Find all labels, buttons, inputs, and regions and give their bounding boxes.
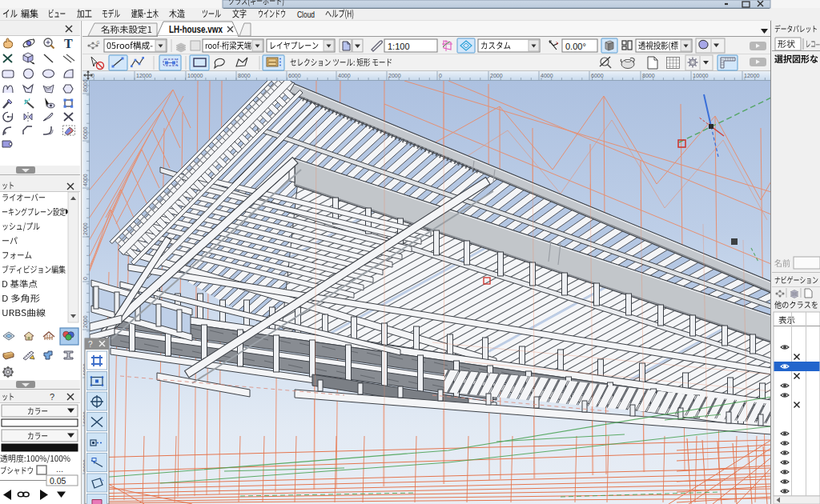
svg-text:6000: 6000: [288, 73, 301, 78]
svg-text:T: T: [64, 37, 73, 50]
svg-text:10000: 10000: [693, 73, 709, 78]
svg-text:LH-house.vwx: LH-house.vwx: [169, 24, 223, 35]
svg-text:1:100: 1:100: [388, 42, 410, 51]
svg-text:8000: 8000: [238, 73, 251, 78]
svg-text:?: ?: [50, 392, 54, 402]
svg-text:2000: 2000: [490, 73, 503, 78]
svg-text:G: G: [97, 40, 100, 45]
svg-text:?: ?: [88, 340, 93, 349]
svg-text:4000: 4000: [541, 73, 553, 78]
svg-text:0: 0: [439, 73, 442, 78]
svg-text:10000: 10000: [187, 73, 203, 78]
svg-text:0: 0: [82, 277, 88, 280]
svg-text:...: ...: [56, 464, 63, 474]
svg-text:8000: 8000: [642, 73, 655, 78]
svg-text:2000: 2000: [388, 73, 401, 78]
svg-text:6000: 6000: [591, 73, 604, 78]
svg-text:Cloud: Cloud: [297, 10, 315, 19]
svg-text:0.05: 0.05: [50, 476, 66, 486]
svg-text:12000: 12000: [136, 73, 152, 78]
svg-text:0.00°: 0.00°: [565, 42, 586, 51]
svg-text:4000: 4000: [338, 73, 351, 78]
svg-text:2000: 2000: [82, 222, 88, 235]
svg-text:12000: 12000: [744, 73, 760, 78]
